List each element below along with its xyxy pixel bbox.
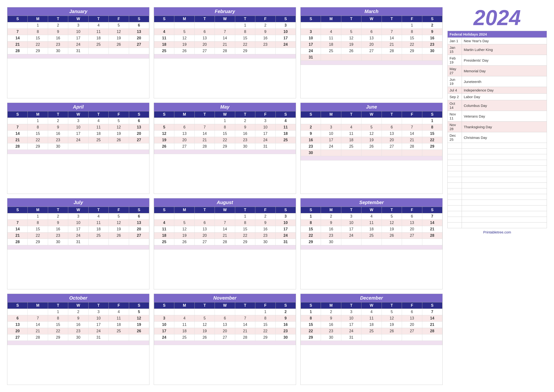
day-cell: 27: [129, 42, 149, 48]
holiday-date: Jan 1: [448, 38, 462, 44]
col-tue: T: [194, 111, 215, 118]
day-cell: 17: [341, 322, 361, 328]
empty-holiday-row: [448, 200, 547, 205]
footer-link[interactable]: Printabletree.com: [447, 230, 547, 234]
calendars-grid: JanuarySMTWTFS12345678910111213141516171…: [7, 7, 443, 385]
day-cell: 11: [321, 35, 341, 42]
day-cell: 25: [321, 48, 341, 54]
day-cell: 19: [361, 137, 381, 143]
empty-cell: [462, 166, 547, 171]
col-thu: T: [235, 16, 255, 22]
empty-day: [88, 48, 109, 54]
day-cell: 18: [361, 322, 381, 328]
day-cell: 2: [301, 124, 321, 131]
month-table-july: SMTWTFS123456789101112131415161718192021…: [7, 207, 149, 250]
day-cell: 29: [235, 239, 255, 245]
month-table-june: SMTWTFS123456789101112131415161718192021…: [301, 111, 443, 161]
holiday-row: Jan 15Martin Luther King: [448, 44, 547, 55]
col-thu: T: [88, 111, 109, 118]
empty-cell: [448, 223, 462, 228]
empty-cell: [462, 160, 547, 166]
empty-day: [174, 22, 194, 29]
day-cell: 30: [235, 143, 255, 150]
day-cell: 8: [235, 220, 255, 226]
day-cell: 20: [402, 226, 422, 232]
day-cell: 18: [276, 131, 296, 137]
day-cell: 21: [215, 42, 235, 48]
day-cell: 3: [68, 213, 88, 220]
day-cell: 1: [235, 213, 255, 220]
holiday-name: Independence Day: [462, 87, 547, 94]
day-cell: 20: [129, 131, 149, 137]
empty-day: [129, 143, 149, 150]
holiday-date: Nov 11: [448, 111, 462, 122]
col-fri: F: [109, 207, 129, 213]
day-cell: 1: [48, 309, 68, 315]
day-cell: 22: [301, 232, 321, 239]
empty-day: [194, 118, 215, 124]
day-cell: 28: [7, 143, 28, 150]
month-april: AprilSMTWTFS1234567891011121314151617181…: [7, 103, 149, 194]
day-cell: 9: [235, 124, 255, 131]
day-cell: 7: [215, 220, 235, 226]
month-july: JulySMTWTFS12345678910111213141516171819…: [7, 198, 149, 289]
day-cell: 11: [154, 226, 174, 232]
day-cell: 24: [301, 48, 321, 54]
empty-holiday-row: [448, 205, 547, 211]
day-cell: 2: [422, 22, 442, 29]
empty-day: [129, 48, 149, 54]
empty-day: [381, 118, 402, 124]
day-cell: 29: [28, 239, 48, 245]
empty-day: [341, 239, 361, 245]
day-cell: 20: [129, 226, 149, 232]
day-cell: 26: [154, 143, 174, 150]
day-cell: 18: [154, 232, 174, 239]
day-cell: 25: [88, 42, 109, 48]
day-cell: 6: [215, 315, 235, 322]
day-cell: 7: [7, 220, 28, 226]
empty-day: [154, 309, 174, 315]
day-cell: 22: [422, 137, 442, 143]
day-cell: 5: [174, 220, 194, 226]
day-cell: 11: [88, 124, 109, 131]
day-cell: 17: [276, 35, 296, 42]
day-cell: 31: [341, 334, 361, 341]
month-january: JanuarySMTWTFS12345678910111213141516171…: [7, 7, 149, 98]
month-table-november: SMTWTFS123456789101112131415161718192021…: [154, 302, 296, 345]
month-september: SeptemberSMTWTFS123456789101112131415161…: [300, 198, 443, 289]
day-cell: 8: [402, 29, 422, 35]
col-wed: W: [361, 111, 381, 118]
day-cell: 20: [129, 35, 149, 42]
empty-day: [321, 150, 341, 156]
day-cell: 30: [48, 143, 68, 150]
day-cell: 27: [7, 334, 28, 341]
day-cell: 22: [28, 232, 48, 239]
empty-cell: [448, 143, 462, 149]
day-cell: 15: [28, 131, 48, 137]
empty-holiday-row: [448, 177, 547, 183]
day-cell: 13: [402, 220, 422, 226]
day-cell: 7: [235, 315, 255, 322]
day-cell: 20: [215, 328, 235, 334]
day-cell: 10: [276, 29, 296, 35]
day-cell: 23: [235, 137, 255, 143]
day-cell: 3: [321, 124, 341, 131]
col-wed: W: [361, 16, 381, 22]
day-cell: 31: [88, 334, 109, 341]
day-cell: 17: [68, 131, 88, 137]
day-cell: 14: [28, 322, 48, 328]
empty-day: [7, 118, 28, 124]
day-cell: 10: [341, 315, 361, 322]
day-cell: 2: [68, 309, 88, 315]
day-cell: 3: [68, 118, 88, 124]
col-wed: W: [68, 207, 88, 213]
day-cell: 20: [402, 322, 422, 328]
day-cell: 24: [154, 334, 174, 341]
holiday-name: Thanksgiving Day: [462, 122, 547, 132]
col-mon: M: [174, 16, 194, 22]
empty-cell: [448, 200, 462, 205]
col-tue: T: [194, 207, 215, 213]
day-cell: 26: [361, 143, 381, 150]
day-cell: 7: [7, 124, 28, 131]
empty-day: [422, 334, 442, 341]
